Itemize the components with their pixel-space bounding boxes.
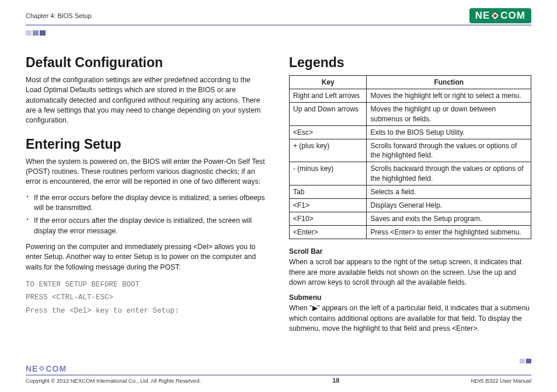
cell-function: Exits to the BIOS Setup Utility. [367,125,531,139]
cell-function: Scrolls backward through the values or o… [367,162,531,185]
cell-function: Saves and exits the Setup program. [367,212,531,226]
table-row: - (minus key)Scrolls backward through th… [290,162,531,185]
cell-function: Press <Enter> to enter the highlighted s… [367,226,531,239]
chapter-label: Chapter 4: BIOS Setup [26,12,92,19]
content-columns: Default Configuration Most of the config… [26,55,531,340]
brand-text-2: COM [500,10,525,22]
error-list: If the error occurs before the display d… [26,193,268,236]
cell-function: Moves the highlight up or down between s… [367,103,531,125]
footer-brand-logo: NE COM [26,364,67,373]
para-entering-setup-2: Powering on the computer and immediately… [26,242,268,272]
list-item: If the error occurs before the display d… [26,193,268,214]
cell-key: <Esc> [290,125,367,139]
brand-text-2: COM [46,364,67,373]
brand-x-icon [39,364,45,373]
footer: NE COM Copyright © 2012 NEXCOM Internati… [26,364,531,384]
para-default-config: Most of the configuration settings are e… [26,75,268,126]
table-row: <Esc>Exits to the BIOS Setup Utility. [290,125,531,139]
footer-line: Copyright © 2012 NEXCOM International Co… [26,374,531,384]
cell-function: Scrolls forward through the values or op… [367,139,531,162]
manual-name: NDiS B322 User Manual [471,377,532,384]
subhead-scrollbar: Scroll Bar [289,247,531,256]
list-item: If the error occurs after the display de… [26,216,268,236]
cell-key: Right and Left arrows [290,89,367,103]
table-row: + (plus key)Scrolls forward through the … [290,139,531,162]
table-row: <F10>Saves and exits the Setup program. [290,212,531,226]
cell-key: - (minus key) [290,162,367,185]
brand-logo: NE COM [469,8,531,23]
mono-block: TO ENTER SETUP BEFORE BOOT PRESS <CTRL-A… [26,278,268,318]
footer-decor-squares [518,357,531,365]
table-row: Right and Left arrowsMoves the highlight… [290,89,531,103]
para-scrollbar: When a scroll bar appears to the right o… [289,257,531,288]
cell-key: Tab [290,185,367,198]
cell-key: Up and Down arrows [290,103,367,125]
para-submenu: When "▶" appears on the left of a partic… [289,303,531,334]
cell-key: + (plus key) [290,139,367,162]
cell-function: Selects a field. [367,185,531,198]
cell-function: Displays General Help. [367,198,531,212]
table-row: <Enter>Press <Enter> to enter the highli… [290,226,531,239]
para-entering-setup-1: When the system is powered on, the BIOS … [26,157,268,187]
page-number: 18 [332,377,339,384]
cell-key: <F1> [290,198,367,212]
brand-text-1: NE [475,10,490,22]
table-row: Up and Down arrowsMoves the highlight up… [290,103,531,125]
brand-x-icon [490,11,500,20]
left-column: Default Configuration Most of the config… [26,55,268,340]
header-decor-squares [26,29,531,37]
legends-table: Key Function Right and Left arrowsMoves … [289,75,531,239]
table-row: TabSelects a field. [290,185,531,198]
copyright-text: Copyright © 2012 NEXCOM International Co… [26,377,201,384]
cell-key: <Enter> [290,226,367,239]
th-key: Key [290,76,367,89]
right-column: Legends Key Function Right and Left arro… [289,55,531,340]
cell-function: Moves the highlight left or right to sel… [367,89,531,103]
subhead-submenu: Submenu [289,293,531,302]
mono-line: Press the <Del> key to enter Setup: [26,304,268,318]
table-row: <F1>Displays General Help. [290,198,531,212]
mono-line: TO ENTER SETUP BEFORE BOOT [26,278,268,292]
mono-line: PRESS <CTRL-ALT-ESC> [26,291,268,304]
heading-entering-setup: Entering Setup [26,136,268,152]
cell-key: <F10> [290,212,367,226]
header-bar: Chapter 4: BIOS Setup NE COM [26,8,531,26]
brand-text-1: NE [26,364,38,373]
th-function: Function [367,76,531,89]
heading-default-config: Default Configuration [26,55,268,71]
heading-legends: Legends [289,55,531,71]
